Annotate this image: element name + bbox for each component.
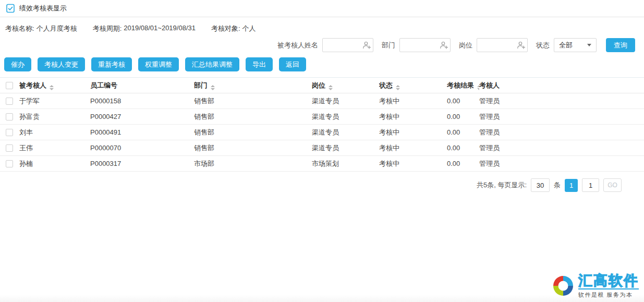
cell-department: 销售部 (194, 109, 312, 125)
cell-position: 渠道专员 (312, 140, 379, 156)
chevron-down-icon (587, 44, 591, 46)
reassess-button[interactable]: 重新考核 (91, 57, 132, 71)
cell-assessor: 管理员 (479, 93, 644, 109)
info-value: 2019/08/01~2019/08/31 (124, 24, 196, 33)
filter-bar: 被考核人姓名 部门 岗位 状态 全部 查询 (0, 33, 644, 52)
cell-assessor: 管理员 (479, 140, 644, 156)
info-value: 个人月度考核 (37, 24, 77, 33)
cell-assessee: 王伟 (19, 140, 90, 156)
person-add-icon (517, 41, 526, 50)
info-assessment-target: 考核对象: 个人 (211, 24, 256, 33)
col-position[interactable]: 岗位 (312, 78, 379, 93)
cell-status: 考核中 (379, 125, 447, 140)
info-value: 个人 (242, 24, 256, 33)
cell-position: 渠道专员 (312, 125, 379, 140)
department-label: 部门 (382, 41, 395, 50)
pagination-unit-label: 条 (554, 180, 561, 190)
change-assessor-button[interactable]: 考核人变更 (38, 57, 85, 71)
cell-status: 考核中 (379, 93, 447, 109)
assessment-info: 考核名称: 个人月度考核 考核周期: 2019/08/01~2019/08/31… (0, 17, 644, 33)
cell-employee-id: P0000427 (90, 109, 194, 125)
table-row: 孙富贵 P0000427 销售部 渠道专员 考核中 0.00 管理员 (0, 109, 644, 125)
info-label: 考核对象: (211, 24, 240, 33)
row-checkbox[interactable] (6, 160, 13, 167)
weight-adjust-button[interactable]: 权重调整 (138, 57, 179, 71)
pagination-bar: 共5条, 每页显示: 条 1 GO (0, 172, 644, 192)
assessment-table: 被考核人 员工编号 部门 岗位 状态 考核结果 考核人 于学军 P0000158… (0, 77, 644, 172)
sort-icon[interactable] (50, 85, 54, 90)
table-header-row: 被考核人 员工编号 部门 岗位 状态 考核结果 考核人 (0, 78, 644, 93)
col-status[interactable]: 状态 (379, 78, 447, 93)
urge-button[interactable]: 催办 (4, 57, 31, 71)
export-button[interactable]: 导出 (246, 57, 273, 71)
assessee-name-label: 被考核人姓名 (277, 41, 318, 50)
back-button[interactable]: 返回 (279, 57, 306, 71)
sort-icon[interactable] (329, 85, 333, 90)
cell-assessor: 管理员 (479, 156, 644, 172)
row-checkbox[interactable] (6, 98, 13, 105)
report-check-icon (6, 4, 15, 13)
cell-position: 渠道专员 (312, 93, 379, 109)
cell-result: 0.00 (447, 156, 479, 172)
cell-department: 市场部 (194, 156, 312, 172)
table-row: 于学军 P0000158 销售部 渠道专员 考核中 0.00 管理员 (0, 93, 644, 109)
sort-icon[interactable] (396, 85, 400, 90)
page-1-button[interactable]: 1 (565, 179, 578, 192)
status-select[interactable]: 全部 (554, 38, 597, 52)
cell-department: 销售部 (194, 93, 312, 109)
col-result[interactable]: 考核结果 (447, 78, 479, 93)
row-checkbox[interactable] (6, 144, 13, 152)
cell-department: 销售部 (194, 140, 312, 156)
col-department[interactable]: 部门 (194, 78, 312, 93)
goto-page-input[interactable] (582, 178, 599, 192)
cell-position: 渠道专员 (312, 109, 379, 125)
cell-employee-id: P0000317 (90, 156, 194, 172)
col-assessee[interactable]: 被考核人 (19, 78, 90, 93)
cell-assessee: 刘丰 (19, 125, 90, 140)
vendor-name: 汇高软件 (578, 273, 639, 288)
cell-result: 0.00 (447, 93, 479, 109)
row-checkbox[interactable] (6, 129, 13, 136)
col-employee-id: 员工编号 (90, 78, 194, 93)
cell-employee-id: P0000491 (90, 125, 194, 140)
cell-result: 0.00 (447, 125, 479, 140)
cell-status: 考核中 (379, 156, 447, 172)
info-label: 考核周期: (93, 24, 122, 33)
search-button[interactable]: 查询 (606, 38, 635, 52)
cell-assessee: 孙楠 (19, 156, 90, 172)
page-size-input[interactable] (531, 178, 550, 192)
page-title: 绩效考核表显示 (19, 4, 67, 13)
cell-assessor: 管理员 (479, 109, 644, 125)
table-row: 王伟 P0000070 销售部 渠道专员 考核中 0.00 管理员 (0, 140, 644, 156)
table-row: 孙楠 P0000317 市场部 市场策划 考核中 0.00 管理员 (0, 156, 644, 172)
summary-adjust-button[interactable]: 汇总结果调整 (185, 57, 239, 71)
col-assessor: 考核人 (479, 78, 644, 93)
page-header: 绩效考核表显示 (0, 0, 644, 17)
status-label: 状态 (536, 41, 550, 50)
go-button[interactable]: GO (603, 178, 622, 192)
cell-department: 销售部 (194, 125, 312, 140)
cell-result: 0.00 (447, 140, 479, 156)
cell-assessee: 孙富贵 (19, 109, 90, 125)
cell-position: 市场策划 (312, 156, 379, 172)
person-add-icon (440, 41, 448, 50)
pinwheel-logo-icon (551, 273, 576, 298)
cell-status: 考核中 (379, 140, 447, 156)
cell-assessee: 于学军 (19, 93, 90, 109)
row-checkbox[interactable] (6, 113, 13, 120)
info-assessment-period: 考核周期: 2019/08/01~2019/08/31 (93, 24, 196, 33)
person-add-icon (362, 41, 371, 50)
cell-result: 0.00 (447, 109, 479, 125)
action-toolbar: 催办 考核人变更 重新考核 权重调整 汇总结果调整 导出 返回 (0, 52, 644, 77)
status-select-value: 全部 (559, 41, 573, 50)
info-assessment-name: 考核名称: 个人月度考核 (5, 24, 77, 33)
sort-icon[interactable] (211, 85, 215, 90)
cell-employee-id: P0000158 (90, 93, 194, 109)
vendor-slogan: 软件是根 服务为本 (578, 288, 639, 299)
position-label: 岗位 (459, 41, 472, 50)
vendor-logo: 汇高软件 软件是根 服务为本 (551, 273, 639, 299)
cell-assessor: 管理员 (479, 125, 644, 140)
bottom-gradient (0, 295, 644, 302)
select-all-checkbox[interactable] (6, 82, 13, 89)
pagination-total-text: 共5条, 每页显示: (477, 180, 527, 190)
